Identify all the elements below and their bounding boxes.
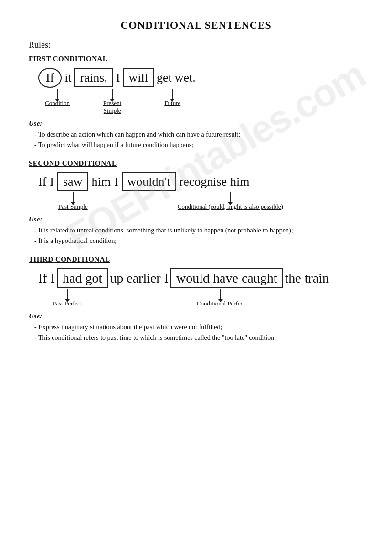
- fc-use-list: To describe an action which can happen a…: [34, 129, 363, 151]
- sc-label-past: Past Simple: [58, 192, 88, 211]
- sc-him2: him: [230, 175, 249, 189]
- sc-recognise: recognise: [179, 175, 227, 189]
- sc-i2: I: [114, 175, 118, 189]
- tc-had-got: had got: [57, 268, 108, 288]
- tc-if-i: If I: [38, 271, 55, 286]
- first-conditional-use: Use: To describe an action which can hap…: [29, 119, 363, 151]
- second-conditional-sentence: If I saw him I wouldn't recognise him: [38, 172, 363, 191]
- third-conditional-sentence: If I had got up earlier I would have cau…: [38, 268, 363, 288]
- sc-wouldnt: wouldn't: [122, 172, 176, 191]
- second-conditional-use: Use: It is related to unreal conditions,…: [29, 215, 363, 247]
- tc-use-item-2: This conditional refers to past time to …: [34, 333, 363, 343]
- first-conditional-diagram: If it rains, I will get wet. Condition P…: [38, 68, 363, 115]
- sc-labels-row: Past Simple Conditional (could, might is…: [38, 192, 363, 211]
- fc-label-future: Future: [164, 89, 180, 107]
- fc-rains: rains,: [74, 68, 113, 87]
- fc-use-label: Use:: [29, 119, 363, 127]
- tc-would-have-caught: would have caught: [170, 268, 283, 288]
- fc-if: If: [38, 68, 62, 88]
- third-conditional-section: THIRD CONDITIONAL If I had got up earlie…: [29, 255, 363, 344]
- tc-label-conditional-perfect: Conditional Perfect: [197, 289, 245, 307]
- fc-will: will: [123, 68, 154, 87]
- fc-label-present: PresentSimple: [103, 89, 121, 115]
- fc-it: it: [64, 71, 71, 85]
- fc-label-condition: Condition: [45, 89, 70, 107]
- fc-get: get: [157, 71, 172, 85]
- rules-label: Rules:: [29, 40, 363, 50]
- page-title: CONDITIONAL SENTENCES: [29, 19, 363, 32]
- sc-label-conditional: Conditional (could, might is also possib…: [178, 192, 283, 211]
- sc-use-label: Use:: [29, 215, 363, 223]
- third-conditional-use: Use: Express imaginary situations about …: [29, 312, 363, 344]
- tc-up-earlier-i: up earlier I: [110, 271, 169, 286]
- sc-saw: saw: [57, 172, 88, 191]
- second-conditional-diagram: If I saw him I wouldn't recognise him Pa…: [38, 172, 363, 211]
- sc-use-item-1: It is related to unreal conditions, some…: [34, 225, 363, 236]
- sc-if: If: [38, 175, 46, 189]
- sc-him1: him: [91, 175, 110, 189]
- first-conditional-title: FIRST CONDITIONAL: [29, 55, 363, 63]
- fc-wet: wet.: [175, 71, 196, 85]
- tc-use-list: Express imaginary situations about the p…: [34, 322, 363, 344]
- tc-the-train: the train: [285, 271, 329, 286]
- sc-use-list: It is related to unreal conditions, some…: [34, 225, 363, 247]
- tc-label-past-perfect: Past Perfect: [53, 289, 82, 307]
- third-conditional-diagram: If I had got up earlier I would have cau…: [38, 268, 363, 307]
- fc-i: I: [116, 71, 120, 85]
- second-conditional-title: SECOND CONDITIONAL: [29, 159, 363, 168]
- tc-use-item-1: Express imaginary situations about the p…: [34, 322, 363, 333]
- tc-labels-row: Past Perfect Conditional Perfect: [38, 289, 363, 307]
- sc-use-item-2: It is a hypothetical condition;: [34, 236, 363, 246]
- fc-use-item-1: To describe an action which can happen a…: [34, 129, 363, 140]
- first-conditional-section: FIRST CONDITIONAL If it rains, I will ge…: [29, 55, 363, 151]
- third-conditional-title: THIRD CONDITIONAL: [29, 255, 363, 263]
- first-conditional-sentence: If it rains, I will get wet.: [38, 68, 363, 88]
- tc-use-label: Use:: [29, 312, 363, 320]
- second-conditional-section: SECOND CONDITIONAL If I saw him I wouldn…: [29, 159, 363, 247]
- fc-use-item-2: To predict what will happen if a future …: [34, 140, 363, 150]
- sc-i: I: [50, 175, 54, 189]
